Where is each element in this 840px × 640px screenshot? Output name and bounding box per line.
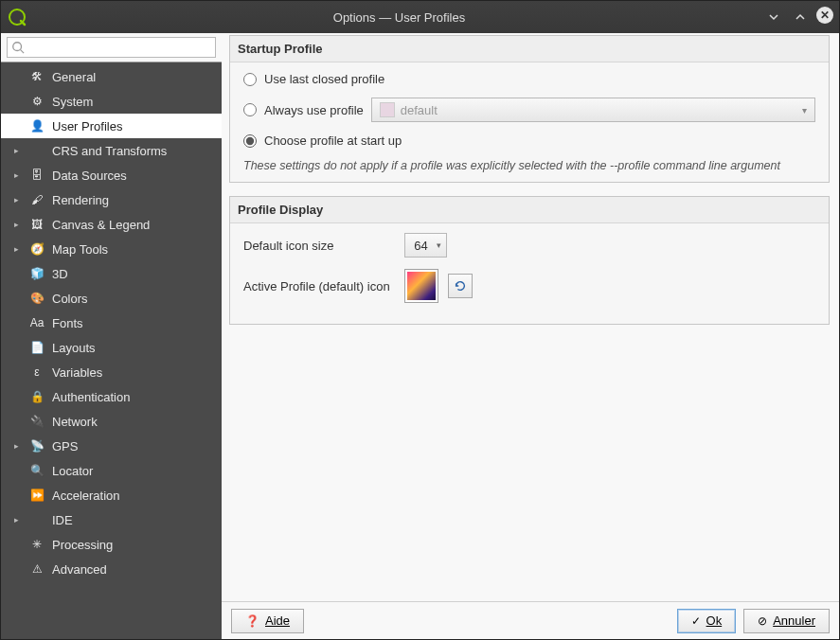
nav-label: Network [52,415,98,429]
button-bar: ❓ Aide ✓ Ok ⊘ Annuler [222,601,839,639]
sidebar-item-3d[interactable]: 🧊3D [1,261,222,286]
nav-icon: 🎨 [29,291,45,306]
sidebar-item-gps[interactable]: 📡GPS [1,434,222,458]
use-last-row: Use last closed profile [243,72,815,86]
nav-icon: Aa [29,315,45,330]
refresh-icon [454,279,467,293]
profile-combo-value: default [401,103,438,117]
profile-combo[interactable]: default [371,98,815,122]
close-button[interactable]: ✕ [816,7,833,24]
use-last-radio[interactable] [243,73,257,86]
nav-icon [29,512,45,527]
profile-display-body: Default icon size 64 Active Profile (def… [230,223,829,324]
nav-label: IDE [52,513,73,527]
sidebar-item-variables[interactable]: εVariables [1,360,222,384]
sidebar-item-colors[interactable]: 🎨Colors [1,286,222,311]
nav-label: Advanced [52,562,107,577]
ok-button[interactable]: ✓ Ok [677,609,737,633]
always-use-label: Always use profile [264,103,364,117]
profile-combo-icon [380,102,395,117]
nav-label: Colors [52,292,88,306]
startup-profile-body: Use last closed profile Always use profi… [230,62,829,182]
nav-icon: ✳ [29,537,45,552]
nav-icon: 🛠 [29,69,45,84]
sidebar-item-data-sources[interactable]: 🗄Data Sources [1,163,222,187]
nav-label: Authentication [52,390,130,404]
nav-icon: 👤 [29,118,45,133]
app-icon [7,7,27,27]
nav-label: GPS [52,439,78,453]
sidebar-item-canvas-legend[interactable]: 🖼Canvas & Legend [1,212,222,237]
icon-size-row: Default icon size 64 [243,233,815,258]
nav-icon: 📄 [29,340,45,355]
sidebar: 🛠General⚙System👤User ProfilesCRS and Tra… [1,33,222,639]
use-last-label: Use last closed profile [264,72,384,86]
nav-label: 3D [52,267,68,281]
nav-label: Locator [52,464,93,478]
sidebar-item-network[interactable]: 🔌Network [1,409,222,434]
active-icon-thumbnail [407,272,436,300]
nav-icon: 🔌 [29,414,45,429]
minimize-button[interactable] [763,7,784,27]
nav-icon: 🧭 [29,241,45,257]
always-use-row: Always use profile default [243,98,815,122]
sidebar-item-crs-and-transforms[interactable]: CRS and Transforms [1,138,222,163]
help-button-label: Aide [265,613,290,628]
nav-label: Data Sources [52,169,127,183]
reset-icon-button[interactable] [448,274,473,298]
nav-label: Map Tools [52,242,108,257]
nav-label: CRS and Transforms [52,144,167,158]
always-use-radio[interactable] [243,103,257,116]
sidebar-item-rendering[interactable]: 🖌Rendering [1,187,222,212]
nav-icon: 🗄 [29,168,45,183]
content-pane: Startup Profile Use last closed profile … [222,33,839,639]
profile-display-group: Profile Display Default icon size 64 Act… [229,196,830,325]
window-title: Options — User Profiles [35,10,763,25]
sidebar-item-processing[interactable]: ✳Processing [1,532,222,557]
choose-row: Choose profile at start up [243,133,815,148]
sidebar-item-acceleration[interactable]: ⏩Acceleration [1,483,222,507]
cancel-button[interactable]: ⊘ Annuler [743,609,830,633]
nav-label: Fonts [52,316,83,330]
nav-label: User Profiles [52,119,122,133]
ok-button-label: Ok [706,613,723,628]
sidebar-item-system[interactable]: ⚙System [1,89,222,114]
nav-label: Rendering [52,193,109,207]
sidebar-item-user-profiles[interactable]: 👤User Profiles [1,114,222,138]
help-icon: ❓ [245,614,259,628]
window-controls: ✕ [763,7,833,27]
nav-label: Acceleration [52,489,120,503]
sidebar-item-advanced[interactable]: ⚠Advanced [1,557,222,581]
nav-icon: 🧊 [29,266,45,281]
cancel-button-label: Annuler [773,613,815,628]
nav-label: Variables [52,365,102,380]
nav-icon [29,143,45,158]
sidebar-item-locator[interactable]: 🔍Locator [1,458,222,483]
nav-icon: ⚠ [29,561,45,577]
nav-icon: ε [29,364,45,380]
sidebar-item-map-tools[interactable]: 🧭Map Tools [1,237,222,261]
active-icon-label: Active Profile (default) icon [243,279,395,293]
icon-size-combo[interactable]: 64 [404,233,447,258]
sidebar-item-ide[interactable]: IDE [1,507,222,532]
search-input[interactable] [7,37,216,58]
nav-list: 🛠General⚙System👤User ProfilesCRS and Tra… [1,62,222,639]
nav-icon: ⚙ [29,94,45,109]
sidebar-item-authentication[interactable]: 🔒Authentication [1,384,222,409]
cancel-icon: ⊘ [758,614,767,628]
sidebar-item-general[interactable]: 🛠General [1,64,222,89]
nav-icon: 📡 [29,438,45,453]
maximize-button[interactable] [790,7,811,27]
sidebar-item-fonts[interactable]: AaFonts [1,311,222,335]
sidebar-item-layouts[interactable]: 📄Layouts [1,335,222,360]
nav-label: General [52,70,96,84]
options-window: Options — User Profiles ✕ 🛠General⚙Syste… [0,0,840,640]
help-button[interactable]: ❓ Aide [231,609,304,633]
titlebar: Options — User Profiles ✕ [1,1,839,33]
startup-note: These settings do not apply if a profile… [243,159,815,172]
icon-size-label: Default icon size [243,239,395,253]
search-container [1,33,222,62]
choose-radio[interactable] [243,134,257,148]
active-icon-button[interactable] [404,269,438,303]
dialog-body: 🛠General⚙System👤User ProfilesCRS and Tra… [1,33,839,639]
